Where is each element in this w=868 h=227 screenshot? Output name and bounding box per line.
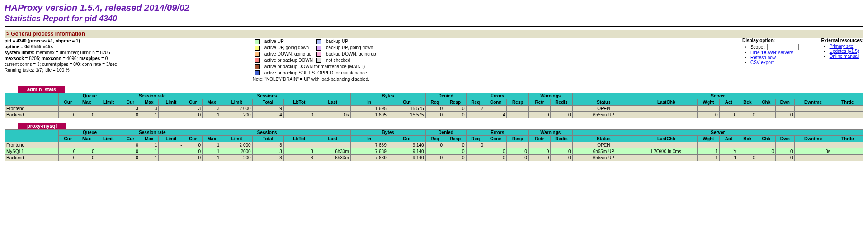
display-option-panel: Display option: Scope : Hide 'DOWN' serv… [742, 38, 799, 65]
row-name: Frontend [5, 142, 59, 148]
proxy-name-tag: admin_stats [18, 86, 65, 93]
legend-label: active or backup DOWN for maintenance (M… [263, 64, 377, 69]
proc-tasks: Running tasks: 1/7; idle = 100 % [5, 67, 117, 73]
legend-label: backup UP, going down [325, 45, 377, 51]
legend-swatch [316, 39, 321, 44]
legend-swatch [255, 46, 260, 51]
updates-link[interactable]: Updates (v1.5) [830, 49, 859, 54]
online-manual-link[interactable]: Online manual [830, 54, 859, 59]
legend-label: active or backup DOWN [263, 58, 314, 63]
primary-site-link[interactable]: Primary site [830, 44, 854, 49]
legend-label: backup DOWN, going up [325, 51, 377, 57]
legend-swatch [316, 58, 321, 63]
display-option-title: Display option: [742, 38, 775, 43]
stats-table: QueueSession rateSessionsBytesDeniedErro… [5, 129, 863, 161]
table-row: Frontend33-332 00091 69515 575002OPEN [5, 106, 863, 112]
proxy-name-tag: proxy-mysql [18, 123, 66, 129]
page-subtitle: Statistics Report for pid 4340 [5, 14, 863, 23]
table-row: Backend000101200336h33m7 6899 1400000006… [5, 155, 863, 161]
external-resources-title: External resources: [821, 38, 863, 43]
process-info: pid = 4340 (process #1, nbproc = 1) upti… [5, 38, 117, 73]
csv-export-link[interactable]: CSV export [750, 60, 774, 65]
external-resources-panel: External resources: Primary site Updates… [821, 38, 863, 65]
legend-swatch [316, 46, 321, 51]
legend-swatch [255, 39, 260, 44]
row-name: MySQL1 [5, 148, 59, 155]
row-name: Frontend [5, 106, 59, 112]
page-title: HAProxy version 1.5.4, released 2014/09/… [5, 3, 863, 13]
legend-swatch [255, 58, 260, 63]
table-row: Backend000101200400s1 69515 575004006h55… [5, 112, 863, 118]
scope-label: Scope : [750, 45, 766, 50]
legend-label: active or backup SOFT STOPPED for mainte… [263, 70, 377, 75]
row-name: Backend [5, 112, 59, 118]
legend-note: Note: "NOLB"/"DRAIN" = UP with load-bala… [253, 77, 378, 82]
row-name: Backend [5, 155, 59, 161]
scope-input[interactable] [767, 44, 799, 50]
refresh-link[interactable]: Refresh now [750, 55, 776, 60]
legend-label: active UP, going down [263, 45, 314, 51]
legend-swatch [255, 64, 260, 69]
legend-swatch [255, 70, 260, 75]
legend-swatch [255, 52, 260, 57]
legend-swatch [316, 52, 321, 57]
legend-label: not checked [325, 58, 377, 63]
divider [5, 26, 863, 27]
legend-label: backup UP [325, 39, 377, 44]
table-row: MySQL100-01012000336h33m7 6899 140000006… [5, 148, 863, 155]
proc-limits: system limits: memmax = unlimited; ulimi… [5, 50, 117, 56]
proc-uptime: uptime = 0d 6h55m45s [5, 44, 53, 49]
proc-maxsock: maxsock = 8205; maxconn = 4096; maxpipes… [5, 56, 117, 61]
legend: active UPbackup UPactive UP, going downb… [253, 38, 378, 82]
hide-down-link[interactable]: Hide 'DOWN' servers [750, 50, 793, 55]
proc-pid: pid = 4340 (process #1, nbproc = 1) [5, 38, 80, 43]
section-gpi-title: > General process information [5, 30, 863, 38]
legend-label: active UP [263, 39, 314, 44]
legend-label: active DOWN, going up [263, 51, 314, 57]
stats-table: QueueSession rateSessionsBytesDeniedErro… [5, 93, 863, 118]
proc-conns: current conns = 3; current pipes = 0/0; … [5, 61, 117, 67]
table-row: Frontend01-012 00037 6899 140000OPEN [5, 142, 863, 148]
